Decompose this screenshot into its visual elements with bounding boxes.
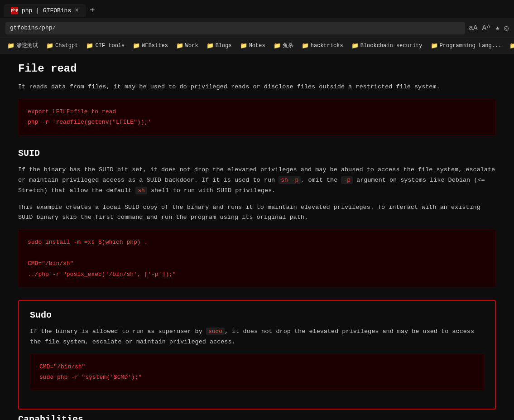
folder-icon: 📁 bbox=[46, 42, 53, 49]
tab-title: php | GTFOBins bbox=[22, 7, 71, 14]
new-tab-button[interactable]: + bbox=[90, 5, 95, 16]
browser-window: php php | GTFOBins × + aA A^ ★ ◎ 📁 渗透测试 … bbox=[0, 0, 514, 420]
sudo-code-line-2: sudo php -r "system('$CMD');" bbox=[39, 372, 475, 382]
bookmark-label: Chatgpt bbox=[55, 43, 78, 49]
bookmark-item-pentest[interactable]: 📁 渗透测试 bbox=[4, 40, 42, 51]
tab-close-button[interactable]: × bbox=[75, 7, 78, 14]
bookmark-label: CTF tools bbox=[95, 43, 125, 49]
bookmark-item-blogs[interactable]: 📁 Blogs bbox=[203, 41, 235, 51]
bookmark-label: Work bbox=[185, 43, 198, 49]
file-read-heading: File read bbox=[18, 63, 496, 75]
bookmark-label: Programming Lang... bbox=[440, 43, 502, 49]
suid-description-1: If the binary has the SUID bit set, it d… bbox=[18, 165, 496, 196]
folder-icon: 📁 bbox=[7, 42, 14, 49]
bookmark-item-tusa[interactable]: 📁 兔杀 bbox=[270, 40, 297, 51]
bookmark-item-programming[interactable]: 📁 Programming Lang... bbox=[427, 41, 505, 51]
folder-icon: 📁 bbox=[431, 42, 438, 49]
bookmark-item-notes[interactable]: 📁 Notes bbox=[236, 41, 269, 51]
translate-icon[interactable]: aA bbox=[469, 24, 477, 32]
suid-section: SUID If the binary has the SUID bit set,… bbox=[18, 148, 496, 287]
suid-code-sh-p: sh -p bbox=[279, 176, 301, 184]
bookmark-label: WEBsites bbox=[142, 43, 168, 49]
folder-icon: 📁 bbox=[176, 42, 183, 49]
bookmark-item-hacktricks[interactable]: 📁 hacktricks bbox=[298, 41, 347, 51]
bookmark-item-blockchain[interactable]: 📁 Blockchain security bbox=[348, 41, 426, 51]
suid-code-line-1: sudo install -m =xs $(which php) . bbox=[28, 237, 486, 247]
capabilities-heading: Capabilities bbox=[18, 414, 496, 420]
folder-icon: 📁 bbox=[302, 42, 309, 49]
suid-code-sh: sh bbox=[135, 187, 147, 194]
sudo-section: Sudo If the binary is allowed to run as … bbox=[18, 300, 496, 410]
sudo-heading: Sudo bbox=[30, 310, 484, 320]
code-line-1: export LFILE=file_to_read bbox=[28, 106, 486, 117]
capabilities-section: Capabilities bbox=[18, 414, 496, 420]
bookmark-label: Blogs bbox=[216, 43, 232, 49]
code-line-2: php -r 'readfile(getenv("LFILE"));' bbox=[28, 117, 486, 127]
bookmark-item-websites[interactable]: 📁 WEBsites bbox=[129, 41, 172, 51]
sudo-code-line-1: CMD="/bin/sh" bbox=[39, 362, 475, 372]
folder-icon: 📁 bbox=[86, 42, 93, 49]
bookmark-item-work[interactable]: 📁 Work bbox=[173, 41, 202, 51]
bookmark-label: Blockchain security bbox=[360, 43, 423, 49]
folder-icon: 📁 bbox=[133, 42, 140, 49]
bookmark-label: 兔杀 bbox=[283, 42, 293, 49]
extensions-icon[interactable]: ◎ bbox=[504, 24, 509, 33]
bookmark-icon[interactable]: ★ bbox=[495, 24, 500, 33]
tab-favicon: php bbox=[11, 7, 18, 14]
suid-heading: SUID bbox=[18, 148, 496, 159]
bookmark-label: hacktricks bbox=[311, 43, 343, 49]
folder-icon: 📁 bbox=[509, 42, 514, 49]
bookmark-label: 渗透测试 bbox=[16, 42, 38, 49]
sudo-code-inline: sudo bbox=[206, 328, 225, 335]
suid-code-p: -p bbox=[341, 176, 353, 184]
suid-code-line-3: CMD="/bin/sh" bbox=[28, 258, 486, 269]
folder-icon: 📁 bbox=[274, 42, 281, 49]
folder-icon: 📁 bbox=[351, 42, 359, 49]
address-input[interactable] bbox=[5, 22, 465, 34]
folder-icon: 📁 bbox=[207, 42, 214, 49]
suid-description-2: This example creates a local SUID copy o… bbox=[18, 203, 496, 223]
active-tab[interactable]: php php | GTFOBins × bbox=[4, 4, 86, 17]
file-read-section: File read It reads data from files, it m… bbox=[18, 63, 496, 135]
suid-code-line-4: ../php -r "posix_exec('/bin/sh', ['-p'])… bbox=[28, 269, 486, 280]
sudo-description: If the binary is allowed to run as super… bbox=[30, 327, 484, 348]
bookmark-item-ctftools[interactable]: 📁 CTF tools bbox=[82, 41, 128, 51]
suid-code-block: sudo install -m =xs $(which php) . CMD="… bbox=[18, 229, 496, 287]
sudo-code-block: CMD="/bin/sh" sudo php -r "system('$CMD'… bbox=[30, 354, 484, 391]
file-read-code-block: export LFILE=file_to_read php -r 'readfi… bbox=[18, 99, 496, 135]
bookmark-label: Notes bbox=[249, 43, 265, 49]
bookmark-item-searchengine[interactable]: 📁 Search Engine bbox=[506, 41, 514, 51]
tab-bar: php php | GTFOBins × + bbox=[0, 0, 514, 18]
file-read-description: It reads data from files, it may be used… bbox=[18, 82, 496, 92]
address-bar: aA A^ ★ ◎ bbox=[0, 18, 514, 38]
suid-code-line-2 bbox=[28, 248, 486, 258]
folder-icon: 📁 bbox=[240, 42, 247, 49]
reader-mode-icon[interactable]: A^ bbox=[482, 24, 491, 32]
browser-icons: aA A^ ★ ◎ bbox=[469, 24, 509, 33]
main-content: File read It reads data from files, it m… bbox=[0, 53, 514, 420]
bookmark-item-chatgpt[interactable]: 📁 Chatgpt bbox=[43, 41, 82, 51]
bookmarks-bar: 📁 渗透测试 📁 Chatgpt 📁 CTF tools 📁 WEBsites … bbox=[0, 38, 514, 53]
